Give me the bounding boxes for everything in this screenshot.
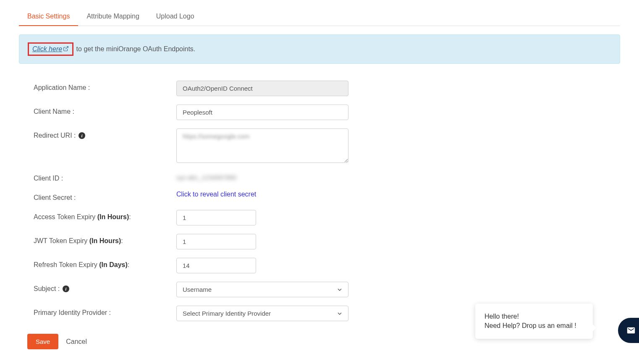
- label-jte-suffix: :: [121, 237, 123, 244]
- tab-bar: Basic Settings Attribute Mapping Upload …: [19, 8, 620, 26]
- label-access-token-expiry: Access Token Expiry (In Hours):: [34, 210, 176, 221]
- label-ate-prefix: Access Token Expiry: [34, 213, 97, 220]
- label-client-name: Client Name :: [34, 105, 176, 115]
- tab-attribute-mapping[interactable]: Attribute Mapping: [78, 8, 147, 26]
- input-client-name[interactable]: [176, 105, 348, 120]
- banner-rest-text: to get the miniOrange OAuth Endpoints.: [74, 45, 195, 52]
- svg-line-0: [65, 47, 68, 49]
- click-here-highlight-box: Click here: [28, 42, 73, 56]
- label-client-id: Client ID :: [34, 171, 176, 182]
- label-redirect-uri: Redirect URI : i: [34, 128, 176, 139]
- label-redirect-uri-text: Redirect URI :: [34, 132, 76, 139]
- save-button[interactable]: Save: [27, 334, 58, 349]
- tab-upload-logo[interactable]: Upload Logo: [148, 8, 203, 26]
- chat-help-text: Need Help? Drop us an email !: [484, 322, 584, 330]
- textarea-redirect-uri[interactable]: https://somegoogle.com: [176, 128, 348, 163]
- reveal-client-secret-link[interactable]: Click to reveal client secret: [176, 191, 256, 198]
- click-here-text: Click here: [32, 45, 62, 52]
- mail-icon: [626, 326, 636, 335]
- label-jwt-token-expiry: JWT Token Expiry (In Hours):: [34, 234, 176, 245]
- cancel-button[interactable]: Cancel: [66, 338, 87, 346]
- label-ate-bold: (In Hours): [97, 213, 129, 220]
- label-subject-text: Subject :: [34, 285, 60, 292]
- info-icon[interactable]: i: [79, 132, 85, 139]
- tab-basic-settings[interactable]: Basic Settings: [19, 8, 78, 26]
- label-refresh-token-expiry: Refresh Token Expiry (In Days):: [34, 258, 176, 269]
- label-primary-idp: Primary Identity Provider :: [34, 306, 176, 317]
- label-ate-suffix: :: [129, 213, 131, 220]
- select-primary-idp[interactable]: Select Primary Identity Provider: [176, 306, 348, 321]
- label-subject: Subject : i: [34, 282, 176, 293]
- label-rte-prefix: Refresh Token Expiry: [34, 261, 99, 268]
- label-application-name: Application Name :: [34, 81, 176, 92]
- label-rte-bold: (In Days): [99, 261, 128, 268]
- chat-greeting: Hello there!: [484, 313, 584, 320]
- info-icon[interactable]: i: [63, 285, 69, 292]
- label-rte-suffix: :: [128, 261, 129, 268]
- settings-form: Application Name : Client Name : Redirec…: [19, 81, 620, 321]
- input-jwt-token-expiry[interactable]: [176, 234, 256, 249]
- input-refresh-token-expiry[interactable]: [176, 258, 256, 273]
- label-client-secret: Client Secret :: [34, 191, 176, 202]
- select-subject[interactable]: Username: [176, 282, 348, 297]
- click-here-link[interactable]: Click here: [32, 45, 69, 52]
- chat-help-popup: Hello there! Need Help? Drop us an email…: [475, 304, 593, 339]
- label-jte-bold: (In Hours): [89, 237, 121, 244]
- input-access-token-expiry[interactable]: [176, 210, 256, 225]
- label-jte-prefix: JWT Token Expiry: [34, 237, 89, 244]
- external-link-icon: [63, 46, 69, 52]
- value-client-id: xyz-abc_1234567890: [176, 171, 236, 181]
- endpoint-info-banner: Click here to get the miniOrange OAuth E…: [19, 34, 620, 64]
- input-application-name: [176, 81, 348, 96]
